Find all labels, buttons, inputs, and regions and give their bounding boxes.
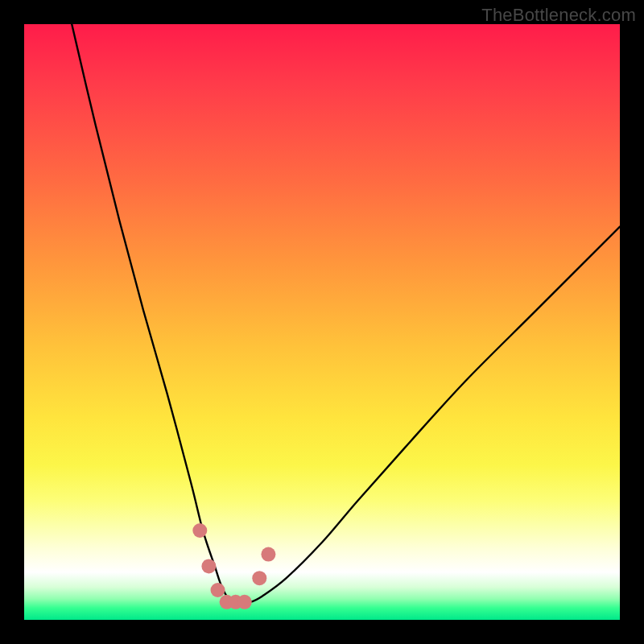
highlight-dot [211, 583, 225, 597]
highlight-dot [192, 523, 207, 538]
bottleneck-curve-svg [24, 24, 620, 620]
chart-frame: TheBottleneck.com [0, 0, 644, 644]
plot-area [24, 24, 620, 620]
watermark-text: TheBottleneck.com [481, 5, 636, 26]
highlight-dot [252, 571, 266, 585]
highlight-dot [237, 595, 252, 609]
highlight-dot [261, 547, 275, 562]
bottleneck-curve [72, 24, 620, 602]
highlight-dot [201, 559, 216, 573]
